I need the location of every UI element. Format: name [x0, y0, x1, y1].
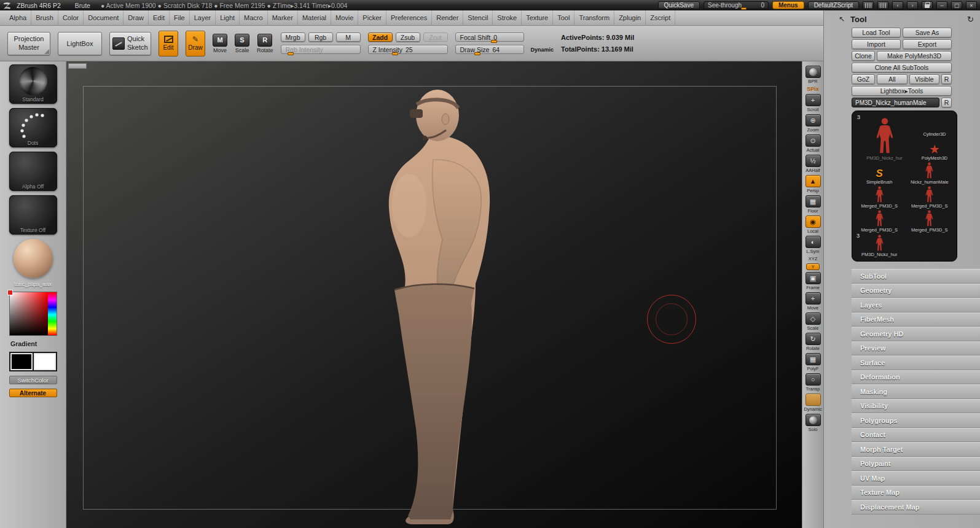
clone-all-subtools-button[interactable]: Clone All SubTools: [852, 63, 952, 72]
tool-thumb-merged-4[interactable]: Merged_PM3D_S: [906, 210, 954, 233]
dynamic-label[interactable]: Dynamic: [531, 47, 554, 53]
focal-shift-handle[interactable]: [491, 40, 497, 43]
xyz-button[interactable]: XYZ: [809, 256, 818, 262]
spix-button[interactable]: SPix: [807, 86, 819, 92]
tool-thumb-polymesh3d[interactable]: ★ PolyMesh3D: [915, 138, 954, 161]
polyframe-button[interactable]: ▦ PolyF: [806, 353, 821, 371]
aahalf-button[interactable]: ½ AAHalf: [806, 155, 821, 173]
z-intensity-slider[interactable]: Z Intensity 25: [368, 45, 448, 54]
menu-picker[interactable]: Picker: [358, 10, 386, 25]
shrink-ui-icon[interactable]: ‹: [892, 1, 903, 9]
m-button[interactable]: M: [336, 33, 361, 42]
ui-config-icon[interactable]: [863, 1, 874, 9]
lightbox-button[interactable]: LightBox: [58, 32, 102, 55]
move3d-button[interactable]: + Move: [806, 292, 821, 311]
frame-button[interactable]: ▣ Frame: [806, 272, 821, 290]
secondary-color-swatch[interactable]: [34, 353, 56, 370]
default-zscript-button[interactable]: DefaultZScript: [808, 1, 859, 9]
menu-preferences[interactable]: Preferences: [386, 10, 432, 25]
tool-thumb-merged-1[interactable]: Merged_PM3D_S: [855, 186, 904, 209]
section-uv-map[interactable]: UV Map: [852, 471, 980, 486]
lock-icon[interactable]: [922, 1, 933, 9]
persp-button[interactable]: ▲ Persp: [806, 175, 821, 193]
primary-color-swatch[interactable]: [10, 353, 33, 370]
current-texture-thumbnail[interactable]: Texture Off: [9, 195, 57, 235]
quick-sketch-button[interactable]: Quick Sketch: [109, 32, 151, 55]
actual-button[interactable]: ⊙ Actual: [806, 134, 821, 153]
section-fibermesh[interactable]: FiberMesh: [852, 313, 980, 327]
section-displacement-map[interactable]: Displacement Map: [852, 500, 980, 514]
see-through-handle[interactable]: [741, 7, 747, 10]
goz-visible-button[interactable]: Visible: [909, 74, 940, 84]
close-icon[interactable]: ×: [966, 1, 977, 9]
rgb-intensity-handle[interactable]: [288, 52, 294, 55]
transparency-button[interactable]: ○ Transp: [806, 373, 821, 392]
section-texture-map[interactable]: Texture Map: [852, 486, 980, 500]
load-tool-button[interactable]: Load Tool: [852, 28, 901, 37]
projection-master-button[interactable]: Projection Master: [7, 32, 50, 55]
current-material-thumbnail[interactable]: [14, 239, 53, 278]
menu-texture[interactable]: Texture: [522, 10, 553, 25]
section-polygroups[interactable]: Polygroups: [852, 413, 980, 428]
see-through-slider[interactable]: See-through 0: [704, 1, 769, 9]
current-color-swatch[interactable]: [7, 290, 13, 295]
scroll-button[interactable]: + Scroll: [806, 94, 821, 112]
make-polymesh3d-button[interactable]: Make PolyMesh3D: [877, 51, 952, 61]
zsub-button[interactable]: Zsub: [396, 33, 420, 42]
menu-file[interactable]: File: [170, 10, 190, 25]
export-button[interactable]: Export: [903, 39, 952, 49]
rgb-intensity-slider[interactable]: Rgb Intensity: [281, 45, 361, 54]
goz-all-button[interactable]: All: [877, 74, 907, 84]
section-geometry[interactable]: Geometry: [852, 284, 980, 298]
section-morph-target[interactable]: Morph Target: [852, 442, 980, 457]
menu-stencil[interactable]: Stencil: [463, 10, 493, 25]
draw-size-slider[interactable]: Draw Size 64: [455, 45, 524, 54]
z-intensity-handle[interactable]: [392, 52, 398, 55]
lsym-button[interactable]: ◐ L.Sym: [806, 236, 821, 254]
expand-ui-icon[interactable]: ›: [907, 1, 918, 9]
local-button[interactable]: ◉ Local: [806, 215, 821, 234]
menu-render[interactable]: Render: [432, 10, 463, 25]
rotate3d-button[interactable]: ↻ Rotate: [806, 333, 821, 351]
current-brush-thumbnail[interactable]: Standard: [9, 64, 57, 104]
zadd-button[interactable]: Zadd: [368, 33, 393, 42]
current-stroke-thumbnail[interactable]: Dots: [9, 108, 57, 147]
lightbox-tools-button[interactable]: Lightbox▸Tools: [852, 86, 952, 96]
clone-button[interactable]: Clone: [852, 51, 875, 61]
current-tool-name[interactable]: PM3D_Nickz_humanMale: [852, 98, 939, 107]
menu-zscript[interactable]: Zscript: [646, 10, 675, 25]
canvas-corner-handle[interactable]: [68, 63, 87, 69]
tool-thumb-simplebrush[interactable]: S SimpleBrush: [855, 162, 904, 185]
menu-color[interactable]: Color: [58, 10, 84, 25]
tool-thumb-nickz-humanmale[interactable]: Nickz_humanMale: [906, 162, 954, 185]
menu-transform[interactable]: Transform: [574, 10, 614, 25]
rgb-button[interactable]: Rgb: [308, 33, 333, 42]
section-geometry-hd[interactable]: Geometry HD: [852, 327, 980, 341]
quicksave-button[interactable]: QuickSave: [658, 1, 700, 9]
menu-draw[interactable]: Draw: [123, 10, 149, 25]
import-button[interactable]: Import: [852, 39, 901, 49]
menu-brush[interactable]: Brush: [31, 10, 58, 25]
minimize-icon[interactable]: –: [936, 1, 947, 9]
move-button[interactable]: M Move: [213, 34, 227, 53]
collapse-tray-icon[interactable]: ↖: [839, 15, 845, 23]
menu-zplugin[interactable]: Zplugin: [614, 10, 646, 25]
goz-r-button[interactable]: R: [941, 74, 952, 84]
scale-button[interactable]: S Scale: [235, 34, 249, 53]
section-surface[interactable]: Surface: [852, 355, 980, 370]
save-as-button[interactable]: Save As: [903, 28, 952, 37]
floor-y-axis-button[interactable]: Y: [806, 263, 820, 270]
menu-document[interactable]: Document: [84, 10, 123, 25]
menus-button[interactable]: Menus: [772, 1, 804, 9]
section-layers[interactable]: Layers: [852, 298, 980, 313]
section-subtool[interactable]: SubTool: [852, 269, 980, 284]
ui-config2-icon[interactable]: [877, 1, 888, 9]
color-picker[interactable]: [9, 292, 57, 336]
menu-light[interactable]: Light: [216, 10, 240, 25]
hue-strip[interactable]: [48, 292, 57, 335]
saturation-value-area[interactable]: [10, 292, 48, 335]
edit-toggle[interactable]: Edit: [159, 31, 178, 56]
focal-shift-slider[interactable]: Focal Shift 0: [455, 33, 524, 42]
menu-tool[interactable]: Tool: [553, 10, 574, 25]
menu-stroke[interactable]: Stroke: [493, 10, 522, 25]
